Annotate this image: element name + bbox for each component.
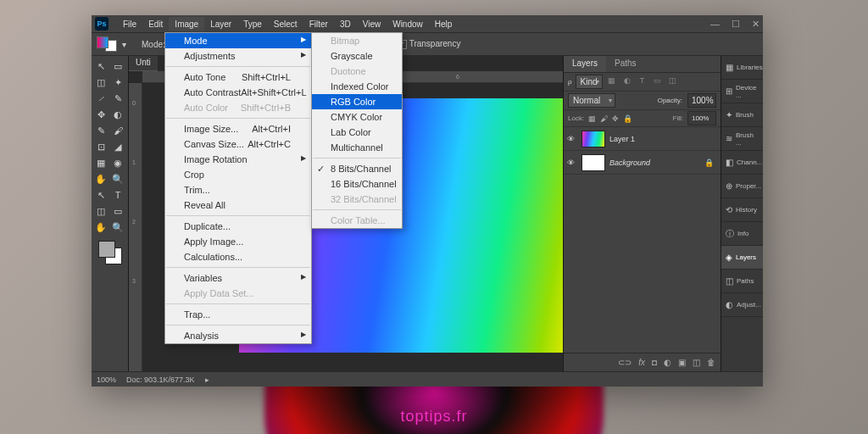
menu-filter[interactable]: Filter: [303, 17, 334, 31]
menu-select[interactable]: Select: [268, 17, 303, 31]
tool-8-1[interactable]: T: [110, 187, 125, 203]
gradient-preview[interactable]: [97, 36, 117, 52]
menu-item-crop[interactable]: Crop: [165, 167, 311, 182]
panel-device[interactable]: ⊞Device ...: [721, 80, 763, 103]
menu-item-canvas-size-[interactable]: Canvas Size...Alt+Ctrl+C: [165, 136, 311, 152]
panel-brush[interactable]: ≋Brush ...: [721, 127, 763, 151]
tool-5-0[interactable]: ⊡: [93, 139, 108, 154]
tool-0-0[interactable]: ↖: [93, 58, 108, 74]
tool-3-0[interactable]: ✥: [93, 107, 108, 122]
layer-name[interactable]: Background: [609, 159, 700, 167]
kind-icon[interactable]: ρ: [568, 78, 572, 86]
layer-fx-icon[interactable]: fx: [638, 358, 645, 367]
menu-item-adjustments[interactable]: Adjustments▶: [165, 48, 311, 64]
layer-opacity-input[interactable]: 100%: [687, 93, 716, 108]
tool-4-1[interactable]: 🖌: [110, 123, 125, 138]
menu-help[interactable]: Help: [429, 17, 459, 31]
menu-item-multichannel[interactable]: Multichannel: [312, 140, 402, 155]
zoom-level[interactable]: 100%: [97, 376, 116, 384]
menu-3d[interactable]: 3D: [334, 17, 357, 31]
filter-image-icon[interactable]: ▦: [606, 76, 618, 88]
panel-libraries[interactable]: ▦Libraries: [721, 56, 763, 80]
filter-shape-icon[interactable]: ▭: [652, 76, 664, 88]
menu-item-8-bits-channel[interactable]: ✓8 Bits/Channel: [312, 161, 402, 176]
tool-10-0[interactable]: ✋: [93, 220, 108, 235]
new-layer-icon[interactable]: ◫: [693, 358, 700, 367]
menu-item-duplicate-[interactable]: Duplicate...: [165, 219, 311, 234]
filter-smart-icon[interactable]: ◫: [667, 76, 679, 88]
menu-item-auto-tone[interactable]: Auto ToneShift+Ctrl+L: [165, 70, 311, 85]
tool-0-1[interactable]: ▭: [110, 58, 125, 74]
menu-item-variables[interactable]: Variables▶: [165, 270, 311, 286]
menu-item-mode[interactable]: Mode▶: [165, 33, 311, 48]
layer-blend-select[interactable]: Normal: [568, 93, 615, 108]
menu-item-trim-[interactable]: Trim...: [165, 182, 311, 198]
fill-input[interactable]: 100%: [687, 111, 716, 125]
delete-layer-icon[interactable]: 🗑: [707, 358, 715, 367]
lock-transparency-icon[interactable]: ▦: [588, 114, 596, 123]
minimize-button[interactable]: —: [710, 19, 720, 30]
menu-item-reveal-all[interactable]: Reveal All: [165, 198, 311, 213]
tool-2-0[interactable]: ⟋: [93, 91, 108, 106]
menu-item-auto-contrast[interactable]: Auto ContrastAlt+Shift+Ctrl+L: [165, 85, 311, 100]
menu-window[interactable]: Window: [387, 17, 429, 31]
panel-paths[interactable]: ◫Paths: [721, 270, 763, 293]
menu-item-lab-color[interactable]: Lab Color: [312, 125, 402, 140]
panel-info[interactable]: ⓘInfo: [721, 222, 763, 246]
menu-item-apply-image-[interactable]: Apply Image...: [165, 234, 311, 249]
panel-adjust[interactable]: ◐Adjust...: [721, 293, 763, 317]
menu-item-calculations-[interactable]: Calculations...: [165, 249, 311, 264]
tool-1-0[interactable]: ◫: [93, 75, 108, 90]
menu-item-grayscale[interactable]: Grayscale: [312, 48, 402, 64]
menu-item-cmyk-color[interactable]: CMYK Color: [312, 109, 402, 125]
menu-item-image-rotation[interactable]: Image Rotation▶: [165, 152, 311, 167]
fill-adjust-icon[interactable]: ◐: [664, 358, 671, 367]
filter-kind-select[interactable]: Kind: [576, 75, 603, 89]
menu-layer[interactable]: Layer: [204, 17, 237, 31]
tool-9-0[interactable]: ◫: [93, 203, 108, 219]
menu-item-indexed-color[interactable]: Indexed Color: [312, 79, 402, 94]
tab-layers[interactable]: Layers: [564, 56, 606, 72]
tool-7-0[interactable]: ✋: [93, 171, 108, 186]
visibility-icon[interactable]: 👁: [567, 159, 577, 167]
visibility-icon[interactable]: 👁: [567, 135, 577, 143]
document-tab[interactable]: Unti: [129, 56, 158, 71]
filter-adjust-icon[interactable]: ◐: [621, 76, 633, 88]
tool-5-1[interactable]: ◢: [110, 139, 125, 154]
menu-type[interactable]: Type: [237, 17, 268, 31]
lock-image-icon[interactable]: 🖌: [600, 114, 608, 123]
menu-item-trap-[interactable]: Trap...: [165, 307, 311, 322]
status-arrow-icon[interactable]: ▸: [205, 376, 209, 384]
menu-view[interactable]: View: [357, 17, 387, 31]
color-wells[interactable]: [98, 241, 122, 264]
menu-item-rgb-color[interactable]: RGB Color: [312, 94, 402, 109]
tool-7-1[interactable]: 🔍: [110, 171, 125, 186]
menu-item-image-size-[interactable]: Image Size...Alt+Ctrl+I: [165, 121, 311, 136]
layer-name[interactable]: Layer 1: [609, 135, 717, 143]
maximize-button[interactable]: ☐: [732, 19, 740, 30]
tool-8-0[interactable]: ↖: [93, 187, 108, 203]
tool-2-1[interactable]: ✎: [110, 91, 125, 106]
panel-chann[interactable]: ◧Chann...: [721, 151, 763, 175]
layer-thumbnail[interactable]: [581, 131, 605, 147]
transparency-checkbox[interactable]: ✓Transparency: [398, 39, 461, 49]
panel-brush[interactable]: ✦Brush: [721, 103, 763, 127]
menu-item-analysis[interactable]: Analysis▶: [165, 328, 311, 343]
lock-all-icon[interactable]: 🔒: [623, 114, 632, 123]
tool-4-0[interactable]: ✎: [93, 123, 108, 138]
new-group-icon[interactable]: ▣: [678, 358, 686, 367]
menu-file[interactable]: File: [117, 17, 142, 31]
tool-6-0[interactable]: ▦: [93, 155, 108, 170]
link-layers-icon[interactable]: ⊂⊃: [618, 358, 632, 367]
tool-9-1[interactable]: ▭: [110, 203, 125, 219]
tool-6-1[interactable]: ◉: [110, 155, 125, 170]
layer-mask-icon[interactable]: ◘: [652, 358, 657, 367]
gradient-picker-icon[interactable]: ▾: [122, 40, 126, 49]
panel-history[interactable]: ⟲History: [721, 198, 763, 222]
tool-1-1[interactable]: ✦: [110, 75, 125, 90]
layer-row[interactable]: 👁Background🔒: [564, 151, 721, 175]
menu-item-16-bits-channel[interactable]: 16 Bits/Channel: [312, 176, 402, 192]
panel-proper[interactable]: ⊕Proper...: [721, 175, 763, 198]
tool-3-1[interactable]: ◐: [110, 107, 125, 122]
panel-layers[interactable]: ◈Layers: [721, 246, 763, 270]
